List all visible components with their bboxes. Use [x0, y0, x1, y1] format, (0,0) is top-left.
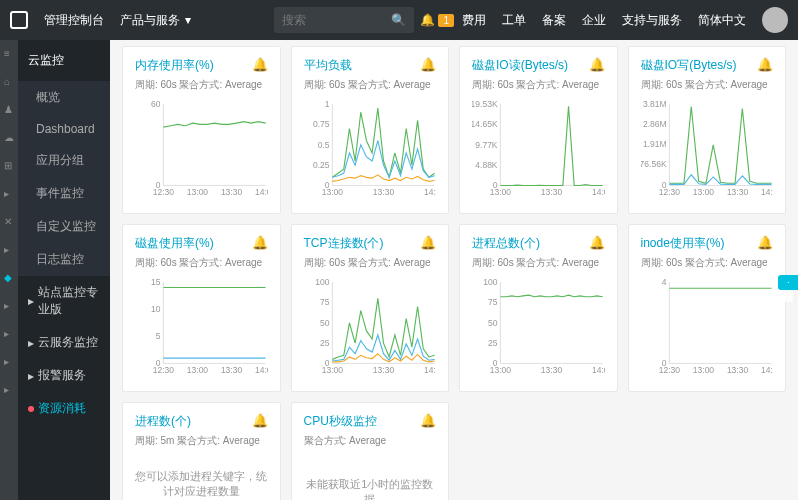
rail-expand3-icon[interactable]: ▸: [4, 356, 14, 366]
search-box[interactable]: 🔍: [274, 7, 414, 33]
svg-text:4.88K: 4.88K: [475, 160, 498, 170]
notif-badge: 1: [438, 14, 454, 27]
rail-expand2-icon[interactable]: ▸: [4, 328, 14, 338]
sidebar-event[interactable]: 事件监控: [18, 177, 110, 210]
alert-icon[interactable]: 🔔: [757, 57, 773, 72]
alert-icon[interactable]: 🔔: [589, 57, 605, 72]
alert-icon[interactable]: 🔔: [252, 57, 268, 72]
products-link[interactable]: 产品与服务 ▾: [112, 12, 199, 29]
card-title: TCP连接数(个): [304, 235, 437, 252]
svg-text:14:00: 14:00: [592, 187, 605, 197]
card-info: 周期: 60s 聚合方式: Average: [472, 78, 605, 92]
card-title: 磁盘使用率(%): [135, 235, 268, 252]
file-link[interactable]: 备案: [534, 12, 574, 29]
alert-icon[interactable]: 🔔: [420, 57, 436, 72]
support-link[interactable]: 支持与服务: [614, 12, 690, 29]
rail-menu-icon[interactable]: ≡: [4, 48, 14, 58]
sidebar-dashboard[interactable]: Dashboard: [18, 114, 110, 144]
card-info: 周期: 60s 聚合方式: Average: [304, 78, 437, 92]
svg-text:12:30: 12:30: [658, 187, 680, 197]
search-input[interactable]: [282, 13, 391, 27]
alert-icon[interactable]: 🔔: [420, 235, 436, 250]
svg-text:14:00: 14:00: [255, 365, 268, 375]
sidebar: 云监控 概览 Dashboard 应用分组 事件监控 自定义监控 日志监控 ▸站…: [18, 40, 110, 500]
card-info: 周期: 60s 聚合方式: Average: [135, 78, 268, 92]
rail-user-icon[interactable]: ♟: [4, 104, 14, 114]
sidebar-log[interactable]: 日志监控: [18, 243, 110, 276]
svg-text:5: 5: [156, 331, 161, 341]
metric-card: 磁盘IO读(Bytes/s) 周期: 60s 聚合方式: Average 🔔04…: [459, 46, 618, 214]
sidebar-title: 云监控: [18, 40, 110, 81]
rail-expand4-icon[interactable]: ▸: [4, 384, 14, 394]
main-content: 内存使用率(%) 周期: 60s 聚合方式: Average 🔔06012:30…: [110, 40, 798, 500]
console-link[interactable]: 管理控制台: [36, 12, 112, 29]
chart-area: 05101512:3013:0013:3014:00: [135, 274, 268, 381]
svg-text:0.25: 0.25: [313, 160, 330, 170]
svg-text:13:30: 13:30: [221, 187, 243, 197]
fees-link[interactable]: 费用: [454, 12, 494, 29]
svg-text:14:00: 14:00: [592, 365, 605, 375]
chart-area: 00.250.50.75113:0013:3014:00: [304, 96, 437, 203]
sidebar-alarm[interactable]: ▸报警服务: [18, 359, 110, 392]
svg-text:75: 75: [488, 297, 498, 307]
svg-text:14:00: 14:00: [760, 365, 773, 375]
chart-area: 0976.56K1.91M2.86M3.81M12:3013:0013:3014…: [641, 96, 774, 203]
svg-text:13:00: 13:00: [187, 187, 209, 197]
chevron-down-icon: ▾: [185, 13, 191, 27]
svg-text:13:30: 13:30: [372, 365, 394, 375]
rail-db-icon[interactable]: ⊞: [4, 160, 14, 170]
card-info: 周期: 60s 聚合方式: Average: [472, 256, 605, 270]
rail-more-icon[interactable]: ▸: [4, 244, 14, 254]
logo-icon: [10, 11, 28, 29]
ticket-link[interactable]: 工单: [494, 12, 534, 29]
svg-text:14:00: 14:00: [423, 187, 436, 197]
svg-text:25: 25: [488, 338, 498, 348]
enterprise-link[interactable]: 企业: [574, 12, 614, 29]
card-title: 进程总数(个): [472, 235, 605, 252]
rail-monitor-icon[interactable]: ◆: [4, 272, 14, 282]
svg-text:3.81M: 3.81M: [642, 99, 666, 109]
svg-text:50: 50: [488, 318, 498, 328]
sidebar-overview[interactable]: 概览: [18, 81, 110, 114]
card-title: 进程数(个): [135, 413, 268, 430]
svg-text:25: 25: [320, 338, 330, 348]
bell-icon[interactable]: 🔔: [420, 13, 435, 27]
chart-area: 06012:3013:0013:3014:00: [135, 96, 268, 203]
rail-home-icon[interactable]: ⌂: [4, 76, 14, 86]
svg-text:14:00: 14:00: [255, 187, 268, 197]
feedback-tab[interactable]: 咨询·建议: [778, 275, 798, 290]
sidebar-custom[interactable]: 自定义监控: [18, 210, 110, 243]
svg-text:13:30: 13:30: [541, 365, 563, 375]
svg-text:13:30: 13:30: [726, 187, 748, 197]
rail-sec-icon[interactable]: ✕: [4, 216, 14, 226]
metric-card: 进程数(个) 周期: 5m 聚合方式: Average 🔔您可以添加进程关键字，…: [122, 402, 281, 500]
svg-text:0.75: 0.75: [313, 119, 330, 129]
svg-text:100: 100: [483, 277, 497, 287]
top-bar: 管理控制台 产品与服务 ▾ 🔍 🔔1 费用 工单 备案 企业 支持与服务 简体中…: [0, 0, 798, 40]
alert-icon[interactable]: 🔔: [420, 413, 436, 428]
rail-es-icon[interactable]: ▸: [4, 188, 14, 198]
alert-icon[interactable]: 🔔: [252, 413, 268, 428]
sidebar-resource[interactable]: 资源消耗: [18, 392, 110, 425]
svg-text:14:00: 14:00: [423, 365, 436, 375]
svg-text:10: 10: [151, 304, 161, 314]
card-title: 磁盘IO读(Bytes/s): [472, 57, 605, 74]
svg-text:13:00: 13:00: [490, 365, 512, 375]
sidebar-appgroup[interactable]: 应用分组: [18, 144, 110, 177]
metric-card: 磁盘IO写(Bytes/s) 周期: 60s 聚合方式: Average 🔔09…: [628, 46, 787, 214]
sidebar-site[interactable]: ▸站点监控专业版: [18, 276, 110, 326]
alert-icon[interactable]: 🔔: [252, 235, 268, 250]
alert-icon[interactable]: 🔔: [757, 235, 773, 250]
sidebar-cloud[interactable]: ▸云服务监控: [18, 326, 110, 359]
avatar[interactable]: [762, 7, 788, 33]
alert-icon[interactable]: 🔔: [589, 235, 605, 250]
card-title: 平均负载: [304, 57, 437, 74]
metric-card: 平均负载 周期: 60s 聚合方式: Average 🔔00.250.50.75…: [291, 46, 450, 214]
svg-text:13:00: 13:00: [321, 187, 343, 197]
card-title: 内存使用率(%): [135, 57, 268, 74]
svg-text:15: 15: [151, 277, 161, 287]
lang-link[interactable]: 简体中文: [690, 12, 754, 29]
rail-cloud-icon[interactable]: ☁: [4, 132, 14, 142]
nav-rail: ≡ ⌂ ♟ ☁ ⊞ ▸ ✕ ▸ ◆ ▸ ▸ ▸ ▸: [0, 40, 18, 500]
rail-expand-icon[interactable]: ▸: [4, 300, 14, 310]
